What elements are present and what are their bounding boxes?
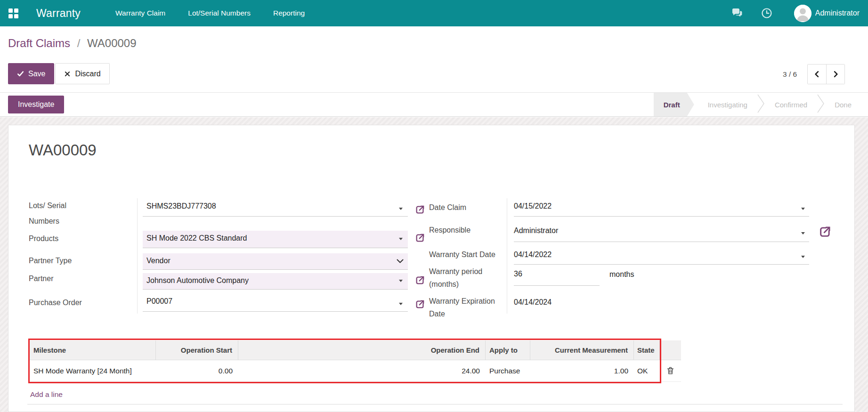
column-header-state[interactable]: State [634,340,660,360]
milestones-table-header: Milestone Operation Start Operation End … [30,340,681,360]
dropdown-caret-icon[interactable] [399,303,403,305]
chevron-right-icon [832,70,840,78]
partner-label: Partner [29,271,123,286]
messages-icon[interactable] [731,7,743,19]
menu-reporting[interactable]: Reporting [272,6,306,20]
purchase-order-input[interactable]: P00007 [146,297,172,306]
column-header-actions [660,340,681,360]
breadcrumb-parent[interactable]: Draft Claims [8,37,70,49]
lots-serial-underline [143,216,408,217]
purchase-order-underline [143,311,408,312]
purchase-order-label: Purchase Order [29,295,123,310]
warranty-period-input[interactable]: 36 [514,270,522,278]
date-claim-input[interactable]: 04/15/2022 [514,202,552,210]
breadcrumb-separator: / [77,37,81,49]
warranty-period-underline [514,285,600,286]
partner-underline [143,289,408,290]
products-underline [143,248,408,248]
partner-input[interactable]: Johnson Automotive Company [146,276,249,285]
external-link-icon[interactable] [415,233,425,243]
partner-type-label: Partner Type [29,253,123,268]
form-background: WA00009 Lots/ Serial Numbers Products Pa… [0,117,868,412]
external-link-icon[interactable] [415,299,425,309]
column-header-operation-end[interactable]: Operation End [238,340,486,360]
cell-apply-to[interactable]: Purchase [486,367,530,375]
cell-milestone[interactable]: SH Mode Warranty [24 Month] [30,367,156,375]
status-step-done[interactable]: Done [825,93,861,116]
x-icon [64,71,71,77]
form-sheet: WA00009 Lots/ Serial Numbers Products Pa… [8,125,855,412]
navbar-right: Administrator [713,5,860,22]
label-column-divider [137,198,138,314]
warranty-period-label: Warranty period (months) [429,265,509,291]
investigate-button[interactable]: Investigate [8,96,64,113]
select-chevron-icon[interactable] [397,259,404,264]
cell-operation-start[interactable]: 0.00 [156,367,238,375]
dropdown-caret-icon[interactable] [801,232,805,234]
delete-row-button[interactable] [666,366,675,375]
top-navbar: Warranty Warranty Claim Lot/Serial Numbe… [0,0,868,26]
add-a-line-link[interactable]: Add a line [30,390,63,399]
menu-warranty-claim[interactable]: Warranty Claim [114,6,166,20]
cell-current-measurement[interactable]: 1.00 [530,367,634,375]
date-claim-underline [514,216,809,217]
column-header-apply-to[interactable]: Apply to [486,340,530,360]
warranty-period-unit: months [609,270,634,279]
step-separator-icon [757,92,765,117]
column-header-operation-start[interactable]: Operation Start [156,340,238,360]
external-link-icon[interactable] [415,204,425,215]
dropdown-caret-icon[interactable] [801,208,805,210]
warranty-expiration-date-label: Warranty Expiration Date [429,295,509,320]
warranty-start-date-underline [514,264,809,265]
breadcrumb: Draft Claims / WA00009 [8,37,860,50]
warranty-start-date-input[interactable]: 04/14/2022 [514,250,552,259]
status-step-confirmed[interactable]: Confirmed [765,93,817,116]
responsible-input[interactable]: Administrator [514,226,558,235]
dropdown-caret-icon[interactable] [801,256,805,258]
chevron-left-icon [813,70,821,78]
discard-button[interactable]: Discard [55,63,109,84]
column-header-milestone[interactable]: Milestone [30,340,156,360]
control-panel: Draft Claims / WA00009 Save Discard 3 / … [0,26,868,93]
dropdown-caret-icon[interactable] [399,280,403,282]
pager: 3 / 6 [783,64,845,84]
status-step-investigating[interactable]: Investigating [698,93,757,116]
cell-state[interactable]: OK [634,367,660,375]
milestone-table-row[interactable]: SH Mode Warranty [24 Month] 0.00 24.00 P… [30,360,681,382]
control-buttons: Save Discard [8,63,110,84]
products-input[interactable]: SH Mode 2022 CBS Standard [146,234,247,242]
cell-operation-end[interactable]: 24.00 [238,367,486,375]
responsible-label: Responsible [429,222,509,238]
step-separator-icon [817,92,825,117]
partner-type-underline [143,269,408,270]
responsible-underline [514,242,809,242]
lots-serial-input[interactable]: SHMS23BDJ777308 [146,202,216,210]
milestones-table: Milestone Operation Start Operation End … [30,340,681,382]
status-step-draft[interactable]: Draft [654,93,694,116]
trash-icon [666,366,675,375]
pager-previous-button[interactable] [808,65,826,84]
user-name[interactable]: Administrator [815,9,860,17]
pager-next-button[interactable] [826,65,844,84]
external-link-icon[interactable] [819,225,832,238]
app-brand[interactable]: Warranty [36,7,81,20]
pager-count: 3 / 6 [783,70,797,79]
warranty-start-date-label: Warranty Start Date [429,247,509,262]
user-avatar[interactable] [794,5,811,22]
main-menu: Warranty Claim Lot/Serial Numbers Report… [114,6,306,20]
dropdown-caret-icon[interactable] [399,238,403,240]
menu-lot-serial-numbers[interactable]: Lot/Serial Numbers [187,6,251,20]
partner-type-field-bg [143,253,408,269]
dropdown-caret-icon[interactable] [399,208,403,210]
warranty-expiration-date-value: 04/14/2024 [514,298,552,307]
external-link-icon[interactable] [415,275,425,285]
save-button[interactable]: Save [8,63,54,84]
date-claim-label: Date Claim [429,200,509,215]
apps-grid-icon[interactable] [8,8,18,18]
check-icon [17,70,24,77]
sheet-divider [27,404,843,404]
activity-clock-icon[interactable] [761,7,773,19]
statusbar: Investigate Draft Investigating Confirme… [0,93,868,117]
partner-type-select[interactable]: Vendor [146,257,170,265]
column-header-current-measurement[interactable]: Current Measurement [530,340,634,360]
